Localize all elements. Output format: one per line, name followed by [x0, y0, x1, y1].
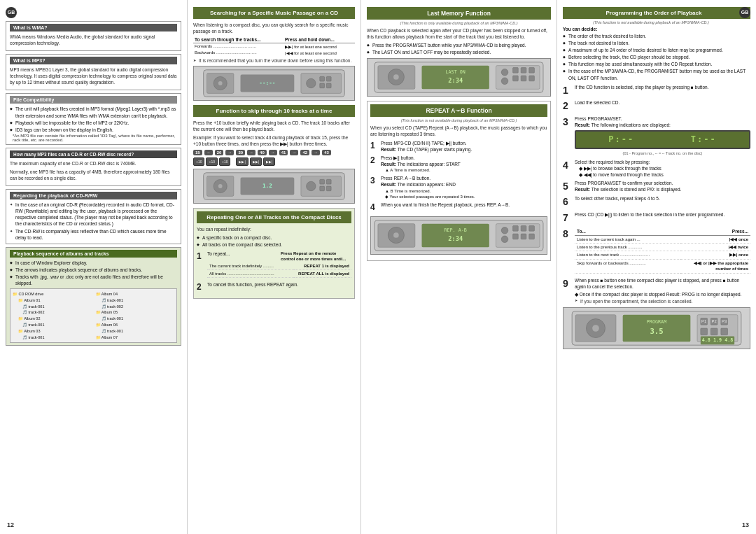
prog-step4: 4 Select the required track by pressing:… — [563, 159, 750, 178]
key-10-3[interactable]: +10 — [219, 157, 230, 166]
page-mid-left: Searching for a Specific Music Passage o… — [188, 0, 361, 534]
svg-point-49 — [501, 236, 508, 243]
section-last-memory: Last Memory Function (This function is o… — [367, 7, 551, 97]
tree-album01: 📁 Album 01 — [13, 297, 92, 304]
flow-41: 41 — [279, 150, 288, 155]
arrow-5: → — [290, 150, 298, 155]
last-memory-bullet-0: Press the PROGRAM/SET button while your … — [367, 42, 551, 48]
prog-step5-text: Press PROGRAM/SET to confirm your select… — [575, 180, 750, 186]
tree-track02: 🎵 track-002 — [13, 309, 92, 316]
svg-text:LAST ON: LAST ON — [445, 70, 465, 76]
prog-step2-text: Load the selected CD. — [575, 99, 750, 106]
section-searching: Searching for a Specific Music Passage o… — [193, 7, 355, 101]
search-label-bwd: Backwards .............................…… — [193, 50, 284, 56]
prog-table-row-3: Skip forwards or backwards .............… — [575, 259, 750, 273]
key-fwd-1[interactable]: ▶▶| — [236, 157, 248, 166]
tree-root: 📁 CD ROM drive — [13, 291, 92, 297]
search-col1: To search through the tracks... — [193, 36, 284, 43]
search-action-bwd: |◀◀ for at least one second — [284, 50, 355, 56]
repeat-label-1: All tracks .............................… — [207, 270, 294, 278]
playback-seq-title: Playback sequence of albums and tracks — [10, 250, 177, 258]
prog-step6-num: 6 — [563, 195, 573, 209]
key-10-1[interactable]: +10 — [193, 157, 204, 166]
prog-step3-num: 3 — [563, 115, 573, 129]
prog-bullet-0: The order of the track desired to listen… — [563, 33, 750, 39]
tree-track03: 🎵 track-001 — [13, 322, 92, 328]
lcd-note: (01 - Program no., -- = -- Track no. on … — [575, 151, 750, 157]
searching-note: It is recommended that you turn the volu… — [193, 58, 355, 63]
svg-point-3 — [218, 81, 223, 85]
prog-step1-text: If the CD function is selected, stop the… — [575, 84, 750, 90]
flow-43: 43 — [322, 150, 331, 155]
step1-right: Press Repeat on the remote control one o… — [281, 251, 351, 262]
prog-step2: 2 Load the selected CD. — [563, 99, 750, 113]
tree-diagram: 📁 CD ROM drive 📁 Album 01 🎵 track-001 🎵 … — [10, 288, 177, 343]
prog-bullet-3: Before selecting the track, the CD playe… — [563, 54, 750, 60]
wma-title: What is WMA? — [10, 24, 177, 31]
svg-rect-35 — [521, 68, 526, 73]
repeating-header: Repeating One or All Tracks on the Compa… — [197, 211, 351, 223]
section-skip10: Function to skip through 10 tracks at a … — [193, 105, 355, 203]
repeat-table: The current track indefinitely .........… — [207, 262, 351, 279]
prog-step5-result: Result: The selection is stored and P/0:… — [575, 186, 750, 192]
svg-rect-11 — [326, 83, 331, 88]
section-repeating: Repeating One or All Tracks on the Compa… — [193, 208, 355, 300]
key-fwd-2[interactable]: ▶▶| — [250, 157, 262, 166]
regarding-bullet-1: The CD-RW is comparably less reflective … — [10, 228, 177, 241]
cd-player-img-1: --:-- — [193, 66, 355, 101]
svg-text:REP. A-B: REP. A-B — [444, 227, 466, 233]
step2-text: To cancel this function, press REPEAT ag… — [207, 281, 351, 288]
how-many-title: How many MP3 files can a CD-R or CD-RW d… — [10, 150, 177, 158]
cd-player-img-2: 1.2 — [193, 169, 355, 204]
prog-table-row-1: Listen to the previous track ...........… — [575, 244, 750, 251]
svg-point-43 — [393, 232, 399, 238]
lcd-prog: P:-- — [608, 134, 634, 146]
repeating-step1: 1 To repeat... Press Repeat on the remot… — [197, 251, 351, 280]
file-compat-bullet-2: ID3 tags can be shown on the display in … — [10, 127, 177, 133]
prog-step8-table: To... Press... Listen to the current tra… — [575, 227, 750, 274]
ab-step2-num: 2 — [370, 155, 379, 167]
prog-step4-text: Select the required track by pressing: — [575, 159, 750, 165]
arrow-6: → — [312, 150, 320, 155]
prog-table-label-2: Listen to the next track ...............… — [575, 251, 680, 259]
prog-step8-num: 8 — [563, 227, 573, 241]
search-col2: Press and hold down... — [284, 36, 355, 43]
tree-track04: 🎵 track-001 — [13, 335, 92, 341]
key-10-2[interactable]: +10 — [206, 157, 217, 166]
mp3-title: What is MP3? — [10, 57, 177, 64]
tree-track07: 🎵 track-001 — [96, 316, 175, 322]
section-programming: Programming the Order of Playback (This … — [563, 7, 750, 349]
arrow-1: → — [204, 150, 213, 155]
repeat-row-1: All tracks .............................… — [207, 270, 351, 278]
prog-step4-sub1: ◆ ▶▶| to browse back through the tracks — [575, 165, 750, 171]
prog-step7-num: 7 — [563, 211, 573, 225]
svg-rect-8 — [320, 77, 325, 82]
prog-step3-text: Press PROGRAM/SET. — [575, 115, 750, 122]
regarding-title: Regarding the playback of CD-R/RW — [10, 192, 177, 199]
how-many-body2: Normally, one MP3 file has a capacity of… — [10, 169, 177, 181]
ab-step1-num: 1 — [370, 140, 379, 152]
gb-badge-right: GB — [739, 7, 750, 18]
ab-step3-note2: ◆ Your selected passages are repeated 3 … — [381, 194, 547, 199]
key-fwd-3[interactable]: ▶▶| — [263, 157, 275, 166]
prog-step9-note2: If you open the compartment, the selecti… — [575, 298, 750, 304]
svg-rect-72 — [721, 328, 728, 335]
tree-album03: 📁 Album 03 — [13, 328, 92, 335]
prog-bullet-1: The track not desired to listen. — [563, 40, 750, 46]
last-memory-header: Last Memory Function — [367, 7, 551, 20]
flow-20: 20 — [215, 150, 224, 155]
flow-42: 42 — [300, 150, 309, 155]
cd-player-img-5: PROGRAM 3.5 P1 P2 P3 4.8 1.9 4.8 — [563, 307, 750, 349]
svg-rect-22 — [320, 186, 325, 191]
prog-bullet-5: In the case of the MP3/WMA-CD, the PROGR… — [563, 68, 750, 80]
prog-step8: 8 To... Press... Listen to the current t… — [563, 227, 750, 275]
svg-text:P3: P3 — [722, 319, 727, 323]
flow-15: 15 — [193, 150, 202, 155]
prog-step5: 5 Press PROGRAM/SET to confirm your sele… — [563, 180, 750, 194]
prog-table-action-2: ▶▶| once — [680, 251, 750, 259]
repeat-ab-step2: 2 Press ▶|| button. Result: The indicati… — [370, 155, 547, 174]
tree-album05: 📁 Album 05 — [96, 309, 175, 316]
flow-30: 30 — [236, 150, 245, 155]
svg-text:3.5: 3.5 — [650, 327, 663, 336]
step2-num: 2 — [197, 281, 205, 293]
